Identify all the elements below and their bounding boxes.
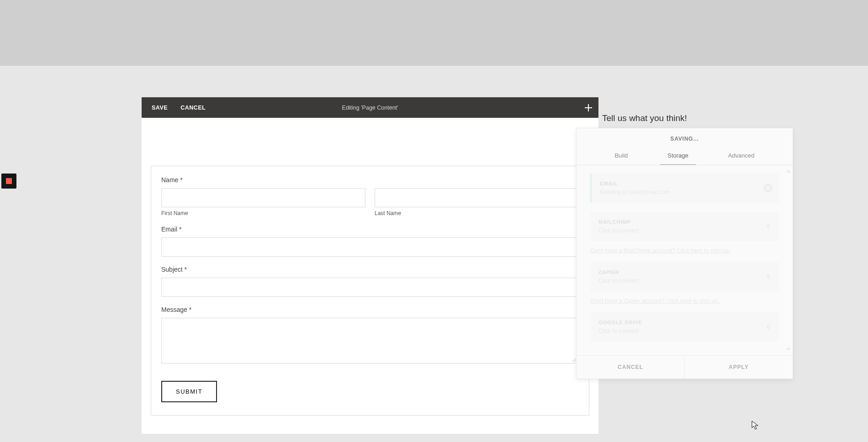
panel-cancel-button[interactable]: CANCEL [577,356,684,379]
tab-storage[interactable]: Storage [660,147,696,165]
first-name-sublabel: First Name [161,210,365,216]
connection-mailchimp-title: MAILCHIMP [598,219,771,225]
cancel-button[interactable]: CANCEL [180,105,206,111]
connection-email-sub: Sending to test@gmail.com [600,189,771,195]
connection-mailchimp-sub: Click to connect [598,227,771,234]
record-badge[interactable] [1,174,16,189]
close-icon [766,186,770,190]
connection-zapier-title: ZAPIER [598,269,771,275]
remove-email-button[interactable] [763,184,773,193]
subject-label: Subject * [161,266,579,273]
scroll-up-icon[interactable] [786,170,791,173]
mailchimp-signup-link[interactable]: Don't have a MailChimp account? Click he… [590,247,779,254]
editor-window: SAVE CANCEL Editing 'Page Content' Name … [142,97,598,434]
feedback-prompt: Tell us what you think! [602,113,687,123]
tab-build[interactable]: Build [607,147,635,165]
record-icon [6,178,12,184]
first-name-input[interactable] [161,188,365,207]
subject-input[interactable] [161,278,579,297]
message-label: Message * [161,306,579,313]
email-input[interactable] [161,237,579,257]
connection-zapier-sub: Click to connect [598,278,771,284]
editor-title: Editing 'Page Content' [342,105,398,111]
panel-footer: CANCEL APPLY [577,355,793,379]
connection-email-title: EMAIL [600,181,771,186]
connection-googledrive-sub: Click to connect [598,328,771,334]
connection-zapier[interactable]: ZAPIER Click to connect [590,262,779,291]
last-name-sublabel: Last Name [375,210,579,216]
panel-body: EMAIL Sending to test@gmail.com MAILCHIM… [577,165,793,355]
add-block-button[interactable] [584,103,593,112]
plug-icon [765,274,772,280]
tab-advanced[interactable]: Advanced [721,147,762,165]
name-field-block: Name * First Name Last Name [161,176,579,216]
scroll-down-icon[interactable] [786,348,791,351]
zapier-signup-link[interactable]: Don't have a Zapier account? Click here … [590,298,779,304]
connection-email[interactable]: EMAIL Sending to test@gmail.com [590,174,779,203]
panel-tabs: Build Storage Advanced [577,146,793,165]
email-label: Email * [161,226,579,233]
panel-status: SAVING... [577,128,793,146]
editor-toolbar: SAVE CANCEL Editing 'Page Content' [142,97,598,118]
top-band [0,0,868,66]
connection-googledrive[interactable]: GOOGLE DRIVE Click to connect [590,312,779,342]
connection-mailchimp[interactable]: MAILCHIMP Click to connect [590,212,779,241]
name-label: Name * [161,176,579,184]
plus-icon [584,103,593,112]
plug-icon [765,324,772,330]
message-field-block: Message * [161,306,579,363]
save-button[interactable]: SAVE [152,105,168,111]
storage-panel: SAVING... Build Storage Advanced EMAIL S… [576,128,793,379]
message-textarea[interactable] [161,318,579,363]
subject-field-block: Subject * [161,266,579,297]
email-field-block: Email * [161,226,579,257]
editor-body: Name * First Name Last Name Email * [142,118,598,434]
panel-apply-button[interactable]: APPLY [684,356,793,379]
connection-googledrive-title: GOOGLE DRIVE [598,320,771,325]
plug-icon [765,223,772,230]
last-name-input[interactable] [375,188,579,207]
submit-button[interactable]: SUBMIT [161,381,217,402]
form-card: Name * First Name Last Name Email * [151,166,589,416]
